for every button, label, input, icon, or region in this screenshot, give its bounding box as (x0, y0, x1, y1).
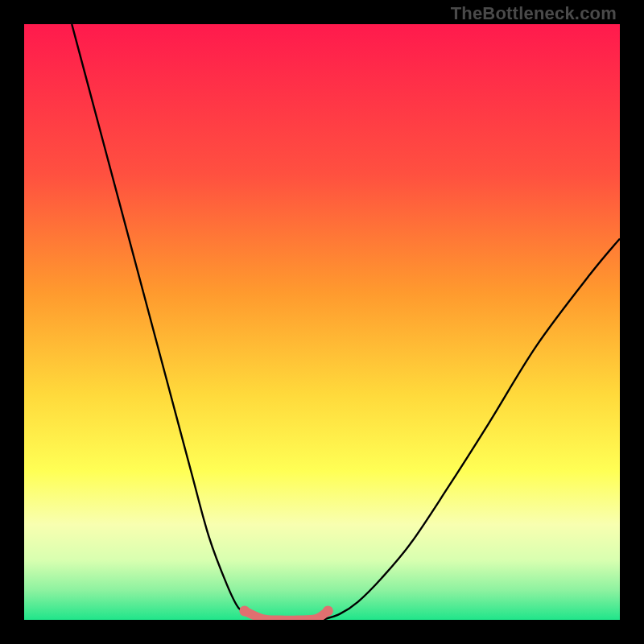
left-curve (72, 24, 262, 620)
valley-highlight (245, 611, 328, 620)
plot-area (24, 24, 620, 620)
chart-frame: TheBottleneck.com (0, 0, 644, 644)
right-curve (322, 238, 620, 620)
valley-endpoint-dot (323, 605, 333, 616)
valley-endpoint-dot (239, 605, 250, 616)
curves-layer (24, 24, 620, 620)
watermark-text: TheBottleneck.com (451, 3, 617, 24)
